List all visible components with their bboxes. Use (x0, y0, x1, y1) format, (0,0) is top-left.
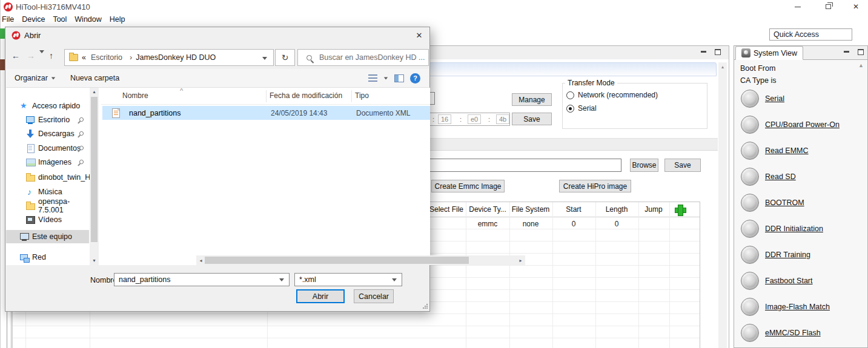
menu-item-file[interactable]: File (2, 15, 19, 24)
system-view-item[interactable]: eMMC/SD Flash (741, 324, 821, 342)
system-view-item[interactable]: Read SD (741, 168, 796, 186)
mac-address-field[interactable]: :16:e0:4b (426, 113, 510, 126)
resize-grip[interactable] (422, 304, 428, 309)
system-view-item[interactable]: Image-Flash Match (741, 298, 830, 316)
dialog-titlebar[interactable]: Abrir ✕ (5, 27, 429, 43)
view-dropdown-icon[interactable] (384, 77, 388, 79)
system-view-link[interactable]: CPU/Board Power-On (765, 120, 840, 129)
table-header-5[interactable]: Length (606, 205, 628, 214)
system-view-item[interactable]: Serial (741, 90, 784, 108)
organize-button[interactable]: Organizar (15, 74, 56, 82)
system-view-item[interactable]: BOOTROM (741, 194, 804, 212)
system-view-link[interactable]: Fastboot Start (765, 277, 813, 285)
system-view-link[interactable]: DDR Initialization (765, 225, 823, 233)
filename-combobox[interactable]: nand_partitions (114, 273, 290, 286)
forward-icon[interactable]: → (27, 51, 35, 61)
create-emmc-image-button[interactable]: Create Emmc Image (431, 180, 505, 192)
system-view-link[interactable]: DDR Training (765, 251, 810, 259)
search-box[interactable]: Buscar en JamesDonkey HD ... (297, 49, 429, 66)
help-icon[interactable]: ? (410, 73, 420, 84)
system-view-link[interactable]: Image-Flash Match (765, 303, 830, 311)
scroll-up-icon[interactable]: ▴ (90, 89, 99, 94)
mac-segment[interactable]: 16 (438, 114, 451, 124)
scroll-left-icon[interactable]: ◂ (196, 258, 205, 263)
open-button[interactable]: Abrir (296, 289, 345, 303)
system-view-item[interactable]: CPU/Board Power-On (741, 116, 840, 134)
system-view-item[interactable]: Read EMMC (741, 142, 809, 160)
image-path-input[interactable] (426, 159, 621, 172)
system-view-link[interactable]: BOOTROM (765, 199, 804, 207)
menu-item-device[interactable]: Device (22, 15, 50, 24)
sidebar-scrollbar-thumb[interactable] (91, 97, 98, 242)
panel-maximize-icon[interactable] (858, 49, 864, 55)
radio-option[interactable]: Serial (566, 104, 597, 113)
table-header-4[interactable]: Start (566, 205, 581, 214)
filetype-combobox[interactable]: *.xml (294, 273, 402, 286)
save-button-path[interactable]: Save (664, 159, 701, 172)
column-header-name[interactable]: Nombre (122, 91, 148, 100)
scroll-right-icon[interactable]: ▸ (516, 258, 525, 263)
sidebar-item-este-equipo[interactable]: Este equipo (6, 230, 89, 243)
refresh-button[interactable]: ↻ (275, 49, 295, 66)
add-row-icon[interactable] (675, 205, 685, 215)
table-header-2[interactable]: Device Ty... (469, 205, 506, 214)
combo-dropdown-icon[interactable] (279, 278, 284, 281)
radio-option[interactable]: Network (recommended) (566, 91, 658, 99)
sidebar-item-openspa-7-5-001[interactable]: openspa-7.5.001 (6, 199, 89, 212)
window-restore-button[interactable] (818, 0, 838, 13)
sidebar-item-acceso-r-pido[interactable]: Acceso rápido (6, 99, 89, 113)
dialog-close-button[interactable]: ✕ (409, 27, 429, 43)
sidebar-item-m-sica[interactable]: Música (6, 185, 89, 199)
sidebar-item-escritorio[interactable]: Escritorio (6, 113, 89, 126)
scroll-up-icon[interactable]: ▴ (721, 64, 724, 70)
system-view-link[interactable]: eMMC/SD Flash (765, 329, 821, 337)
scroll-down-icon[interactable]: ▾ (90, 258, 99, 263)
system-view-item[interactable]: Fastboot Start (741, 272, 813, 290)
table-header-1[interactable]: Select File (429, 205, 463, 214)
manage-button[interactable]: Manage (512, 93, 552, 106)
system-view-link[interactable]: Read SD (765, 172, 796, 181)
sidebar-item-descargas[interactable]: Descargas (6, 127, 89, 140)
system-view-link[interactable]: Serial (765, 94, 784, 103)
table-header-6[interactable]: Jump (644, 205, 662, 214)
system-view-item[interactable]: DDR Initialization (741, 220, 823, 238)
menu-item-help[interactable]: Help (110, 15, 131, 24)
sidebar-item-dinobot-twin-hi[interactable]: dinobot_twin_Hi (6, 171, 89, 184)
column-header-type[interactable]: Tipo (355, 91, 369, 100)
new-folder-button[interactable]: Nueva carpeta (70, 74, 119, 82)
breadcrumb[interactable]: « Escritorio › JamesDonkey HD DUO (64, 49, 274, 66)
sidebar-scrollbar[interactable]: ▴ ▾ (90, 88, 99, 265)
details-view-icon[interactable] (368, 74, 377, 82)
browse-button[interactable]: Browse (630, 159, 658, 172)
editor-vertical-scrollbar[interactable]: ▴ (718, 62, 727, 348)
system-view-link[interactable]: Read EMMC (765, 146, 809, 155)
window-close-button[interactable]: ✕ (846, 0, 866, 13)
table-header-3[interactable]: File System (512, 205, 550, 214)
history-chevron-icon[interactable] (39, 53, 44, 63)
column-separator[interactable] (351, 90, 352, 102)
back-icon[interactable]: ← (12, 51, 20, 61)
column-header-modified[interactable]: Fecha de modificación (270, 91, 342, 100)
file-row[interactable]: nand_partitions 24/05/2019 14:43 Documen… (102, 106, 430, 120)
quick-access-input[interactable]: Quick Access (769, 28, 852, 41)
system-view-item[interactable]: DDR Training (741, 246, 810, 264)
scroll-up-icon[interactable]: ▲ (858, 62, 864, 68)
tab-system-view[interactable]: System View (735, 46, 803, 60)
sidebar-item-documentos[interactable]: Documentos (6, 142, 89, 155)
sidebar-item-red[interactable]: Red (6, 251, 89, 264)
window-minimize-button[interactable] (787, 0, 808, 13)
panel-minimize-icon[interactable] (701, 51, 706, 53)
breadcrumb-dropdown-icon[interactable] (262, 57, 267, 60)
combo-dropdown-icon[interactable] (392, 278, 397, 281)
menu-item-tool[interactable]: Tool (53, 15, 72, 24)
cancel-button[interactable]: Cancelar (354, 289, 394, 303)
save-button-top[interactable]: Save (512, 113, 552, 125)
horizontal-scrollbar[interactable]: ◂ ▸ (196, 255, 525, 265)
horizontal-scrollbar-thumb[interactable] (205, 257, 469, 264)
up-icon[interactable]: ↑ (49, 51, 53, 61)
panel-maximize-icon[interactable] (715, 49, 721, 55)
mac-segment[interactable]: 4b (496, 114, 509, 124)
sidebar-item-im-genes[interactable]: Imágenes (6, 156, 89, 169)
menu-item-window[interactable]: Window (75, 15, 107, 24)
breadcrumb-segment[interactable]: JamesDonkey HD DUO (136, 53, 216, 62)
